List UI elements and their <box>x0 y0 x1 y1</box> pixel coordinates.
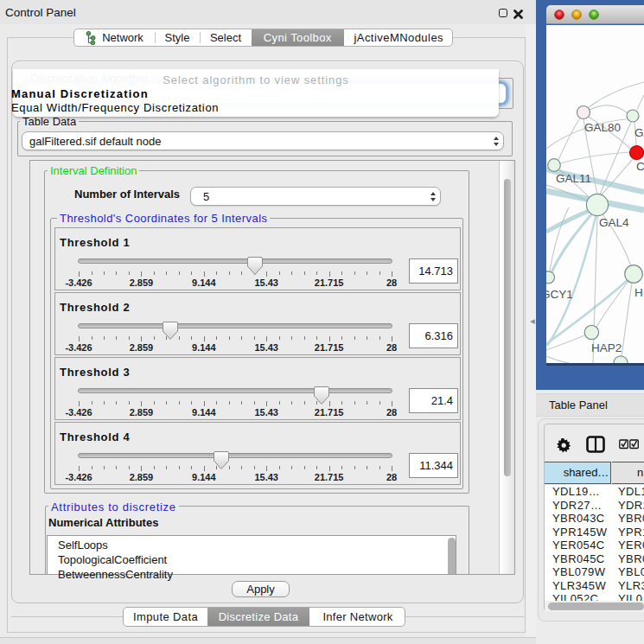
svg-text:GCY1: GCY1 <box>546 288 573 301</box>
svg-text:H: H <box>634 286 643 299</box>
svg-text:GAL11: GAL11 <box>556 172 591 185</box>
svg-text:GAL4: GAL4 <box>599 216 629 229</box>
svg-text:HAP2: HAP2 <box>591 341 622 354</box>
svg-text:C: C <box>636 160 644 173</box>
svg-text:GA: GA <box>634 126 644 139</box>
svg-text:GAL80: GAL80 <box>584 121 621 134</box>
